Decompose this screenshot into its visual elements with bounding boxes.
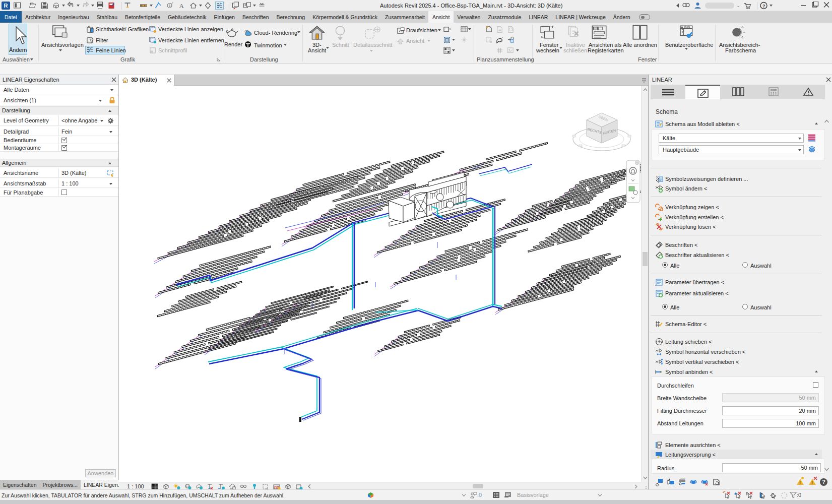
svg-text:1: 1 [659, 243, 661, 247]
svg-text:?: ? [762, 4, 765, 9]
svg-text:1: 1 [169, 4, 171, 8]
svg-text:A: A [179, 2, 184, 10]
